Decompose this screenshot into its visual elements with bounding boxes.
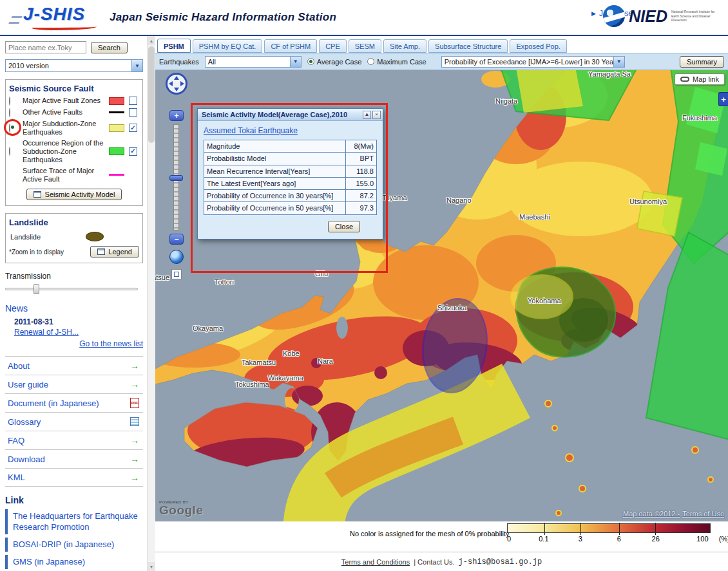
sidebar-item-document[interactable]: Document (in Japanese) PDF (5, 393, 143, 412)
tab-pshm[interactable]: PSHM (157, 39, 191, 53)
nied-logo[interactable]: NIED National Research Institute for Ear… (603, 5, 722, 27)
dialog-minimize-button[interactable]: ▲ (363, 111, 371, 119)
version-select[interactable]: 2010 version ▼ (5, 59, 143, 72)
summary-button[interactable]: Summary (680, 56, 724, 68)
seismic-activity-model-button[interactable]: Seismic Activity Model (26, 189, 122, 200)
jshis-logo[interactable]: J-SHIS (10, 3, 107, 33)
globe-overview-button[interactable] (169, 250, 184, 264)
search-input[interactable] (5, 41, 86, 53)
assumed-tokai-earthquake-link[interactable]: Assumed Tokai Earthquake (204, 126, 298, 135)
maximum-case-option[interactable]: Maximum Case (367, 58, 426, 66)
radio-maximum-case[interactable] (367, 58, 374, 65)
map-label: Yokohama (528, 297, 561, 304)
earthquakes-select[interactable]: All ▼ (205, 56, 302, 68)
pan-left-icon[interactable] (169, 81, 173, 86)
link-item-gms[interactable]: GMS (in Japanese) (5, 555, 143, 569)
news-section: News 2011-08-31 Renewal of J-SH... Go to… (5, 303, 143, 348)
tab-site-amp[interactable]: Site Amp. (383, 39, 426, 53)
expand-panel-button[interactable]: + (718, 92, 728, 106)
zoom-out-button[interactable]: − (169, 234, 184, 245)
legend-tick-label: 6 (617, 535, 621, 543)
pan-control[interactable] (166, 73, 187, 95)
scroll-up-icon[interactable]: ▲ (148, 36, 155, 45)
legend-gradient (507, 523, 711, 533)
map-controls: + − (164, 73, 194, 279)
map-label: Fukushima (682, 114, 717, 122)
pan-right-icon[interactable] (180, 81, 184, 86)
green-arrow-icon: → (130, 454, 139, 464)
sidebar-item-glossary[interactable]: Glossary (5, 412, 143, 431)
checkbox-major-subduction-zone[interactable]: ✓ (129, 124, 137, 132)
tab-pshm-by-eq-cat[interactable]: PSHM by EQ Cat. (193, 39, 263, 53)
map-label: Nagano (446, 196, 472, 204)
dialog-titlebar[interactable]: Seismic Activity Model(Average Case),201… (198, 109, 383, 121)
dialog-title: Seismic Activity Model(Average Case),201… (202, 111, 361, 118)
sidebar-scrollbar[interactable]: ▲ ▼ (147, 36, 155, 571)
zoom-slider-thumb[interactable] (169, 175, 183, 181)
sidebar-item-download[interactable]: Download → (5, 449, 143, 468)
map-link-button[interactable]: Map link (675, 73, 725, 85)
table-row: Mean Recurrence Interval[Years] 118.8 (204, 165, 377, 177)
landslide-panel: Landslide Landslide *Zoom in to display … (5, 213, 143, 263)
tab-sesm[interactable]: SESM (349, 39, 381, 53)
radio-major-active-fault-zones[interactable] (9, 97, 10, 106)
terms-and-conditions-link[interactable]: Terms and Conditions (341, 558, 410, 566)
map-label: Shizuoka (437, 304, 466, 312)
zoom-in-button[interactable]: + (169, 110, 184, 121)
probability-select[interactable]: Probability of Exceedance [IJMA>=6-Lower… (441, 56, 625, 68)
scroll-down-icon[interactable]: ▼ (148, 562, 155, 571)
average-case-option[interactable]: Average Case (307, 58, 362, 66)
earthquakes-select-value: All (206, 58, 290, 66)
radio-other-active-faults[interactable] (9, 108, 10, 117)
menu-label: FAQ (8, 436, 24, 445)
seismic-activity-model-dialog: Seismic Activity Model(Average Case),201… (197, 108, 383, 239)
news-more-link[interactable]: Go to the news list (79, 339, 143, 348)
terms-of-use-link[interactable]: Terms of Use (682, 510, 724, 518)
tab-exposed-pop[interactable]: Exposed Pop. (510, 39, 567, 53)
chevron-down-icon[interactable]: ▼ (613, 57, 624, 67)
sidebar-item-about[interactable]: About → (5, 356, 143, 375)
slider-thumb[interactable] (34, 284, 39, 294)
pan-down-icon[interactable] (174, 88, 179, 91)
radio-major-subduction-zone[interactable] (9, 124, 10, 133)
tab-cpe[interactable]: CPE (319, 39, 347, 53)
fault-label: Major Subduction-Zone Earthquakes (23, 120, 107, 136)
radio-average-case[interactable] (307, 58, 314, 65)
slider-track[interactable] (5, 288, 138, 290)
google-logo-text: Google (159, 504, 203, 516)
scrollbar-thumb[interactable] (148, 46, 155, 143)
zoom-slider-track[interactable] (173, 124, 179, 230)
param-label: Probability of Occurrence in 30 years[%] (204, 190, 346, 202)
transmission-slider[interactable] (5, 283, 143, 295)
sidebar-item-user-guide[interactable]: User guide → (5, 375, 143, 393)
legend-tick-label: 0 (507, 535, 511, 543)
dialog-close-icon-button[interactable]: × (372, 111, 381, 119)
search-button[interactable]: Search (91, 42, 128, 53)
menu-label: KML (8, 473, 25, 482)
model-button-label: Seismic Activity Model (45, 191, 115, 198)
fault-label: Other Active Faults (23, 108, 107, 117)
link-item-bosai-drip[interactable]: BOSAI-DRIP (in Japanese) (5, 538, 143, 552)
tab-subsurface-structure[interactable]: Subsurface Structure (428, 39, 508, 53)
legend-button[interactable]: Legend (90, 246, 139, 257)
search-row: Search (5, 41, 143, 53)
checkbox-other-active-faults[interactable]: ✓ (129, 108, 137, 117)
sidebar-item-faq[interactable]: FAQ → (5, 431, 143, 449)
map-data-link[interactable]: Map data ©2012 - (623, 510, 680, 518)
landslide-label: Landslide (10, 233, 41, 241)
link-item-hq-earthquake-research[interactable]: The Headquarters for Earthquake Research… (5, 509, 143, 534)
recenter-button[interactable] (171, 269, 182, 279)
sidebar-item-kml[interactable]: KML → (5, 468, 143, 487)
news-date: 2011-08-31 (14, 317, 143, 326)
pan-up-icon[interactable] (174, 76, 179, 80)
radio-occurrence-region[interactable] (9, 147, 10, 156)
table-row: Magnitude 8(Mw) (204, 140, 377, 153)
news-item-link[interactable]: Renewal of J-SH... (14, 328, 79, 337)
checkbox-occurrence-region[interactable]: ✓ (129, 147, 137, 156)
dialog-close-button[interactable]: Close (328, 221, 360, 232)
chevron-down-icon[interactable]: ▼ (131, 60, 142, 71)
tab-cf-of-pshm[interactable]: CF of PSHM (264, 39, 317, 53)
chevron-down-icon[interactable]: ▼ (290, 57, 301, 67)
checkbox-major-active-fault-zones[interactable]: ✓ (129, 97, 137, 105)
contact-label: | Contact Us. (414, 558, 454, 566)
